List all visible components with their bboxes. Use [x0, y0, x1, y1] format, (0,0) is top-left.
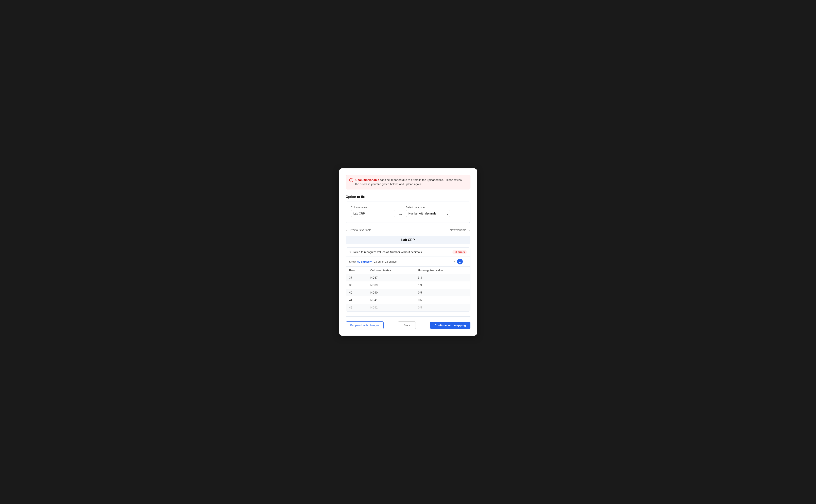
cell-coord: ND40 [367, 289, 415, 296]
select-label: Select data type [406, 206, 450, 209]
cell-row: 37 [346, 274, 367, 281]
table-row: 40 ND40 0.5 [346, 289, 470, 296]
prev-variable-button[interactable]: ← Previous variable [346, 228, 372, 232]
next-page-button[interactable]: › [463, 259, 467, 264]
collapse-icon[interactable]: ▼ [349, 251, 351, 253]
column-name-input[interactable] [351, 210, 395, 217]
cell-row: 41 [346, 296, 367, 304]
errors-title: ▼ Failed to recognize values as Number w… [349, 250, 422, 254]
error-banner: ! 1 column/variable can't be imported du… [346, 175, 470, 189]
col-row: Row [346, 267, 367, 274]
continue-mapping-button[interactable]: Continue with mapping [430, 322, 470, 329]
data-type-group: Select data type Number with decimals Nu… [406, 206, 450, 217]
entries-count: 14 out of 14 entries [374, 260, 397, 263]
errors-header: ▼ Failed to recognize values as Number w… [346, 248, 470, 257]
arrow-left-icon: ← [346, 228, 349, 232]
col-value: Unrecognized value [415, 267, 470, 274]
arrow-right-icon: → [399, 212, 403, 217]
variable-header: Lab CRP [346, 236, 470, 244]
cell-value: 3.3 [415, 274, 470, 281]
errors-panel: ▼ Failed to recognize values as Number w… [346, 247, 470, 312]
nav-row: ← Previous variable Next variable → [346, 228, 470, 232]
table-row: 39 ND39 1.9 [346, 281, 470, 289]
option-box: Column name → Select data type Number wi… [346, 202, 470, 223]
next-variable-button[interactable]: Next variable → [450, 228, 470, 232]
cell-coord: ND39 [367, 281, 415, 289]
pagination: ‹ 1 › [453, 259, 467, 264]
arrow-right-nav-icon: → [468, 228, 470, 232]
table-header-row: Row Cell coordinates Unrecognized value [346, 267, 470, 274]
column-name-label: Column name [351, 206, 395, 209]
errors-table: Row Cell coordinates Unrecognized value … [346, 267, 470, 311]
table-row: 37 ND37 3.3 [346, 274, 470, 281]
column-name-group: Column name [351, 206, 395, 217]
cell-value: 0.5 [415, 289, 470, 296]
table-row: 41 ND41 0.5 [346, 296, 470, 304]
entries-dropdown-button[interactable]: 50 entries ▾ [357, 260, 372, 263]
cell-coord: ND37 [367, 274, 415, 281]
cell-row: 39 [346, 281, 367, 289]
reupload-button[interactable]: Reupload with changes [346, 321, 384, 329]
cell-coord: ND41 [367, 296, 415, 304]
col-cell: Cell coordinates [367, 267, 415, 274]
cell-row: 40 [346, 289, 367, 296]
cell-coord: ND42 [367, 304, 415, 311]
back-button[interactable]: Back [398, 321, 416, 329]
main-modal: ! 1 column/variable can't be imported du… [339, 168, 477, 336]
option-row: Column name → Select data type Number wi… [351, 206, 465, 217]
data-type-select[interactable]: Number with decimals Number without deci… [406, 210, 450, 217]
entries-chevron-icon: ▾ [370, 260, 372, 263]
footer-row: Reupload with changes Back Continue with… [346, 316, 470, 329]
error-bold: 1 column/variable [355, 178, 379, 182]
error-text: 1 column/variable can't be imported due … [355, 178, 467, 186]
errors-badge: 14 errors [452, 250, 467, 254]
cell-value: 1.9 [415, 281, 470, 289]
cell-value: 0.5 [415, 296, 470, 304]
cell-value: 0.5 [415, 304, 470, 311]
error-icon: ! [349, 178, 353, 182]
prev-page-button[interactable]: ‹ [453, 259, 456, 264]
table-row: 42 ND42 0.5 [346, 304, 470, 311]
current-page: 1 [457, 259, 463, 264]
cell-row: 42 [346, 304, 367, 311]
section-title: Option to fix [346, 195, 470, 199]
table-toolbar: Show 50 entries ▾ 14 out of 14 entries ‹… [346, 257, 470, 267]
